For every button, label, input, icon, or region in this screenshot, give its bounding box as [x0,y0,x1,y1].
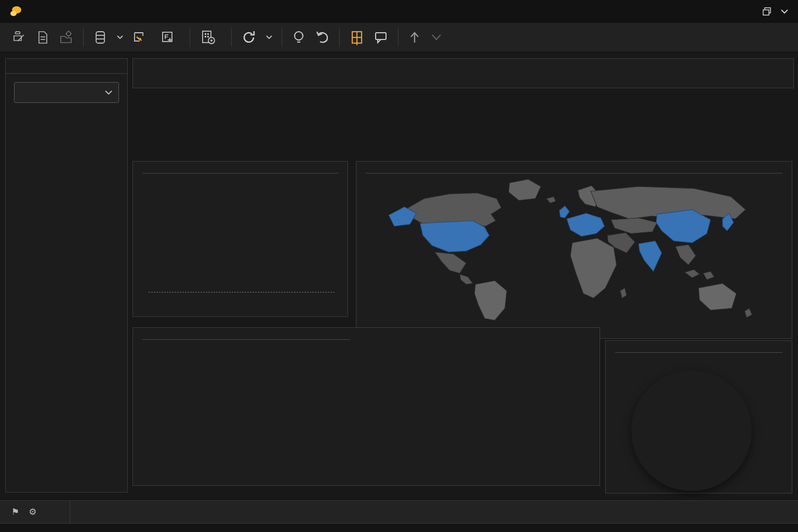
chevron-down-icon [105,90,112,95]
chevron-down-icon[interactable] [780,9,789,14]
pie-panel[interactable] [605,340,792,494]
chevron-down-icon [266,35,272,39]
insights-button[interactable] [287,26,310,48]
app-logo-icon [9,5,23,18]
database-icon [93,30,108,45]
filters-pane [5,58,128,493]
scroll-down-button[interactable] [425,30,447,45]
ribbon-separator [83,28,84,47]
paste-button[interactable] [7,26,31,48]
ribbon-separator [339,28,340,47]
filters-title [6,59,127,74]
divider [142,173,338,174]
transform-icon [131,30,147,45]
ribbon-toolbar [0,23,798,52]
arrow-up-icon [408,30,421,45]
grid-view-button[interactable] [345,26,369,49]
get-data-button[interactable] [89,26,127,48]
scroll-up-button[interactable] [404,27,425,48]
ribbon-separator [190,28,190,47]
bar-chart-panel[interactable] [132,161,348,317]
divider [142,339,350,340]
measure-icon [160,30,176,45]
refresh-icon [241,30,257,45]
transform-data-button[interactable] [127,26,156,48]
ribbon-separator [231,28,232,47]
measure-button[interactable] [156,26,184,48]
ribbon-separator [282,28,282,47]
flag-icon[interactable]: ⚑ [11,507,19,517]
options-button[interactable] [54,26,78,48]
map-panel[interactable] [356,161,792,339]
divider [366,173,782,174]
new-measure-button[interactable] [195,26,226,49]
trend-title [133,328,600,339]
pie-chart [631,370,752,491]
undo-icon [314,30,330,45]
refresh-button[interactable] [237,26,276,48]
chevron-down-icon [117,35,123,39]
ribbon-separator [398,28,398,47]
grid-icon [349,29,365,46]
status-bar: ⚑ ⚙ [0,500,798,524]
gear-icon[interactable]: ⚙ [29,507,36,517]
new-page-button[interactable] [31,26,54,48]
window-footer [0,524,798,532]
menu-bar [0,0,798,23]
year-dropdown[interactable] [14,82,119,103]
powerbi-window: ⚑ ⚙ [0,0,798,532]
speech-bubble-icon [373,30,389,45]
trend-panel[interactable] [132,327,600,486]
map-title [356,162,792,173]
restore-window-icon[interactable] [762,6,772,17]
undo-button[interactable] [310,27,334,48]
bar-chart-title [133,162,348,173]
pie-title [606,341,792,352]
new-measure-icon [200,29,217,46]
trend-chart [139,353,357,480]
report-title [132,58,794,88]
bar-chart-plot [149,194,335,292]
comments-button[interactable] [369,26,393,48]
world-map [360,175,788,322]
divider [615,352,782,353]
lightbulb-icon [291,30,306,45]
chevron-down-icon [430,33,443,42]
